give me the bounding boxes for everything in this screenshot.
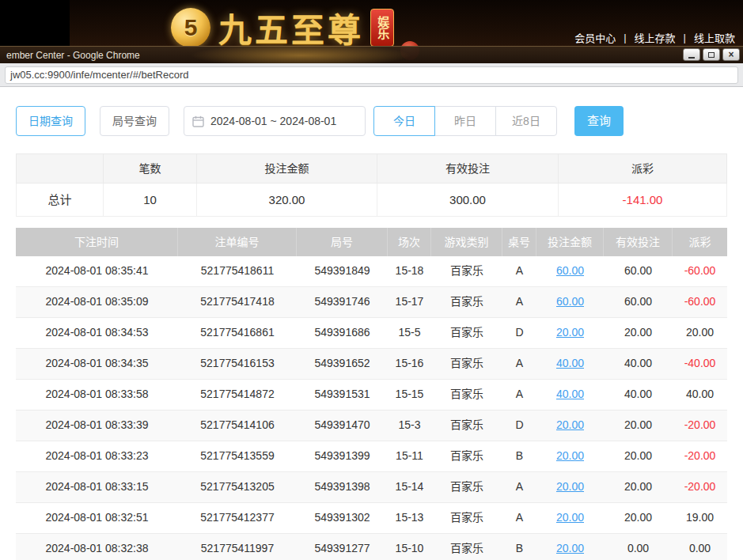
table-row: 2024-08-01 08:33:23521775413559549391399…	[16, 441, 727, 472]
nav-member-center[interactable]: 会员中心	[573, 30, 617, 45]
quick-today-button[interactable]: 今日	[373, 106, 435, 136]
calendar-icon	[192, 115, 204, 127]
cell-game: 百家乐	[431, 349, 502, 379]
cell-amount[interactable]: 60.00	[536, 256, 604, 286]
cell-round_no: 549391746	[297, 287, 388, 317]
table-row: 2024-08-01 08:35:41521775418611549391849…	[16, 256, 727, 287]
table-row: 2024-08-01 08:32:38521775411997549391277…	[16, 534, 727, 560]
coin-logo-icon: 5	[171, 8, 210, 47]
summary-bet-amount-value: 320.00	[196, 184, 377, 217]
cell-amount[interactable]: 20.00	[536, 503, 604, 533]
search-button[interactable]: 查询	[574, 106, 624, 136]
cell-table_no: A	[502, 287, 536, 317]
cell-amount[interactable]: 20.00	[536, 534, 604, 560]
cell-amount[interactable]: 20.00	[536, 441, 604, 471]
cell-payout: -20.00	[673, 472, 727, 502]
cell-table_no: A	[502, 472, 536, 502]
url-bar[interactable]: jw05.cc:9900/infe/mcenter/#/betRecord	[5, 66, 738, 84]
cell-table_no: A	[502, 503, 536, 533]
cell-valid: 20.00	[604, 472, 673, 502]
cell-session: 15-10	[388, 534, 431, 560]
cell-time: 2024-08-01 08:33:23	[16, 441, 178, 471]
column-header-5: 桌号	[502, 228, 536, 256]
quick-date-group: 今日 昨日 近8日	[373, 106, 557, 136]
cell-order_no: 521775416861	[178, 318, 297, 348]
quick-last8days-button[interactable]: 近8日	[495, 106, 557, 136]
cell-order_no: 521775412377	[178, 503, 297, 533]
window-controls: ×	[680, 48, 740, 61]
cell-payout: -20.00	[673, 411, 727, 441]
cell-table_no: D	[502, 411, 536, 441]
table-row: 2024-08-01 08:32:51521775412377549391302…	[16, 503, 727, 534]
column-header-2: 局号	[297, 228, 388, 256]
cell-table_no: A	[502, 380, 536, 410]
cell-session: 15-5	[388, 318, 431, 348]
cell-time: 2024-08-01 08:34:35	[16, 349, 178, 379]
cell-order_no: 521775411997	[178, 534, 297, 560]
nav-online-withdraw[interactable]: 线上取款	[692, 30, 737, 45]
cell-time: 2024-08-01 08:33:39	[16, 411, 178, 441]
minimize-button[interactable]	[683, 48, 700, 61]
summary-header-count: 笔数	[103, 153, 196, 184]
cell-payout: -40.00	[673, 349, 727, 379]
table-row: 2024-08-01 08:33:39521775414106549391470…	[16, 411, 727, 441]
cell-order_no: 521775413559	[178, 441, 297, 471]
cell-payout: -20.00	[673, 441, 727, 471]
browser-title-bar: ember Center - Google Chrome ×	[0, 46, 743, 63]
logo-entertainment-badge: 娱乐	[370, 9, 394, 47]
column-header-0: 下注时间	[16, 228, 178, 256]
filter-bar: 日期查询 局号查询 2024-08-01 ~ 2024-08-01 今日 昨日 …	[16, 106, 727, 136]
summary-valid-bet-value: 300.00	[377, 184, 558, 217]
cell-table_no: A	[502, 349, 536, 379]
cell-order_no: 521775413205	[178, 472, 297, 502]
summary-count-value: 10	[103, 184, 196, 217]
cell-round_no: 549391277	[297, 534, 388, 560]
cell-time: 2024-08-01 08:33:58	[16, 380, 178, 410]
tab-date-search[interactable]: 日期查询	[16, 106, 85, 136]
cell-table_no: B	[502, 534, 536, 560]
nav-online-deposit[interactable]: 线上存款	[633, 30, 677, 45]
cell-round_no: 549391399	[297, 441, 388, 471]
cell-amount[interactable]: 20.00	[536, 411, 604, 441]
column-header-6: 投注金额	[536, 228, 604, 256]
summary-total-row: 总计 10 320.00 300.00 -141.00	[16, 184, 727, 217]
cell-order_no: 521775418611	[178, 256, 297, 286]
summary-header-blank	[16, 153, 103, 184]
cell-game: 百家乐	[431, 534, 502, 560]
summary-header-row: 笔数 投注金额 有效投注 派彩	[16, 153, 727, 184]
screen: 5 九五至尊 娱乐 会员中心 | 线上存款 | 线上取款 ember Cente…	[0, 0, 743, 560]
cell-payout: 19.00	[673, 503, 727, 533]
cell-time: 2024-08-01 08:35:41	[16, 256, 178, 286]
minimize-icon	[688, 57, 695, 59]
cell-amount[interactable]: 40.00	[536, 380, 604, 410]
nav-separator: |	[624, 32, 626, 44]
quick-yesterday-button[interactable]: 昨日	[434, 106, 496, 136]
summary-header-payout: 派彩	[558, 153, 727, 184]
cell-table_no: B	[502, 441, 536, 471]
cell-amount[interactable]: 20.00	[536, 472, 604, 502]
cell-session: 15-14	[388, 472, 431, 502]
summary-header-bet-amount: 投注金额	[196, 153, 377, 184]
maximize-button[interactable]	[703, 48, 720, 61]
cell-game: 百家乐	[431, 472, 502, 502]
cell-session: 15-13	[388, 503, 431, 533]
cell-amount[interactable]: 60.00	[536, 287, 604, 317]
date-range-input[interactable]: 2024-08-01 ~ 2024-08-01	[184, 106, 366, 136]
close-button[interactable]: ×	[722, 48, 740, 61]
cell-game: 百家乐	[431, 441, 502, 471]
cell-valid: 0.00	[604, 534, 673, 560]
table-row: 2024-08-01 08:33:15521775413205549391398…	[16, 472, 727, 503]
table-row: 2024-08-01 08:33:58521775414872549391531…	[16, 380, 727, 411]
cell-valid: 60.00	[604, 256, 673, 286]
background-window-corner	[0, 0, 70, 46]
tab-round-search[interactable]: 局号查询	[100, 106, 169, 136]
cell-payout: 0.00	[673, 534, 727, 560]
cell-session: 15-3	[388, 411, 431, 441]
date-range-value: 2024-08-01 ~ 2024-08-01	[210, 115, 336, 127]
cell-amount[interactable]: 40.00	[536, 349, 604, 379]
cell-valid: 40.00	[604, 380, 673, 410]
cell-round_no: 549391686	[297, 318, 388, 348]
cell-time: 2024-08-01 08:32:38	[16, 534, 178, 560]
cell-amount[interactable]: 20.00	[536, 318, 604, 348]
column-header-7: 有效投注	[604, 228, 673, 256]
